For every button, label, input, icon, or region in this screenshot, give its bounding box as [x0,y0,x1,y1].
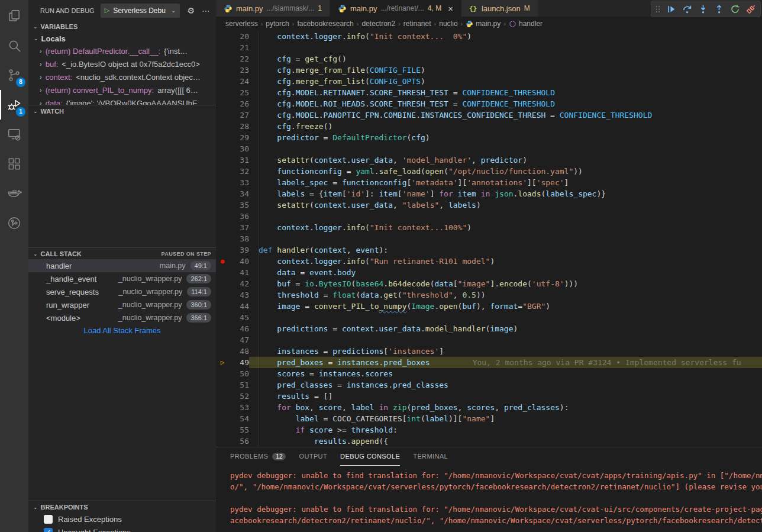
close-icon[interactable]: × [448,4,453,13]
activity-item-docker[interactable] [0,179,28,208]
glyph-margin[interactable] [216,233,229,244]
code-line[interactable]: 28 cfg.freeze() [216,121,762,132]
glyph-margin[interactable] [216,334,229,346]
code-line[interactable]: 22 cfg = get_cfg() [216,53,762,65]
code-line[interactable]: 53 for box, score, label in zip(pred_box… [216,402,762,413]
breadcrumb-item[interactable]: nuclio [439,20,457,28]
breadcrumb-item[interactable]: detectron2 [361,20,395,28]
stack-frame[interactable]: handlermain.py49:1 [28,259,216,272]
glyph-margin[interactable] [216,42,229,53]
code-line[interactable]: 24 cfg.merge_from_list(CONFIG_OPTS) [216,76,762,87]
activity-item-search[interactable] [0,31,28,60]
glyph-margin[interactable] [216,109,229,121]
activity-item-extensions[interactable] [0,149,28,179]
code-editor[interactable]: 20 context.logger.info("Init context... … [216,31,762,447]
debug-step-into-button[interactable] [696,2,710,16]
scope-locals[interactable]: ⌄ Locals [28,33,216,44]
variable-row[interactable]: ›(return) DefaultPredictor.__call__:{'in… [28,44,216,57]
code-line[interactable]: 55 if score >= threshold: [216,424,762,436]
breadcrumb-item[interactable]: pytorch [266,20,289,28]
glyph-margin[interactable] [216,346,229,357]
code-line[interactable]: 38 [216,233,762,244]
glyph-margin[interactable] [216,391,229,402]
glyph-margin[interactable] [216,368,229,379]
call-stack-header[interactable]: ⌄ CALL STACK PAUSED ON STEP [28,247,216,259]
debug-continue-button[interactable] [664,2,678,16]
start-debug-icon[interactable]: ▷ [105,7,109,14]
glyph-margin[interactable] [216,76,229,87]
debug-step-out-button[interactable] [712,2,726,16]
code-line[interactable]: 20 context.logger.info("Init context... … [216,31,762,42]
glyph-margin[interactable] [216,244,229,256]
code-line[interactable]: 50 scores = instances.scores [216,368,762,379]
panel-tab-problems[interactable]: PROBLEMS12 [230,447,286,466]
panel-tab-output[interactable]: OUTPUT [299,447,327,466]
stack-frame[interactable]: _handle_event_nuclio_wrapper.py262:1 [28,272,216,285]
current-line-arrow-icon[interactable]: ▷ [216,357,229,368]
variable-row[interactable]: ›(return) convert_PIL_to_numpy:array([[[… [28,83,216,96]
debug-restart-button[interactable] [728,2,742,16]
breadcrumb-item[interactable]: serverless [225,20,258,28]
breakpoint-row[interactable]: Raised Exceptions [28,512,216,525]
debug-step-over-button[interactable] [680,2,694,16]
code-line[interactable]: 21 [216,42,762,53]
code-line[interactable]: ●40 context.logger.info("Run retinanet-R… [216,256,762,267]
code-line[interactable]: 23 cfg.merge_from_file(CONFIG_FILE) [216,65,762,76]
breakpoints-header[interactable]: ⌄ BREAKPOINTS [28,501,216,512]
glyph-margin[interactable] [216,65,229,76]
activity-item-run-debug[interactable]: 1 [0,90,28,120]
glyph-margin[interactable] [216,267,229,278]
checkbox-checked-icon[interactable]: ✓ [44,528,53,532]
tab-main-py-1[interactable]: main.py.../retinanet/...4, M× [330,0,461,17]
glyph-margin[interactable] [216,278,229,289]
code-line[interactable]: 47 [216,334,762,346]
launch-config-select[interactable]: ▷ Serverless Debu ⌄ [101,4,180,18]
glyph-margin[interactable] [216,312,229,323]
code-line[interactable]: 36 [216,211,762,222]
code-line[interactable]: 42 buf = io.BytesIO(base64.b64decode(dat… [216,278,762,289]
code-line[interactable]: 54 label = COCO_CATEGORIES[int(label)]["… [216,413,762,424]
variable-row[interactable]: ›context:<nuclio_sdk.context.Context obj… [28,70,216,83]
code-line[interactable]: 41 data = event.body [216,267,762,278]
glyph-margin[interactable] [216,121,229,132]
glyph-margin[interactable] [216,31,229,42]
breadcrumb-item[interactable]: retinanet [403,20,431,28]
debug-console-output[interactable]: pydev debugger: unable to find translati… [216,466,762,526]
tab-launch-json-2[interactable]: {}launch.jsonM [461,0,538,17]
code-line[interactable]: ▷49 pred_boxes = instances.pred_boxesYou… [216,357,762,368]
variable-row[interactable]: ›buf:<_io.BytesIO object at 0x7f5a2dc1ec… [28,57,216,70]
stack-frame[interactable]: run_wrapper_nuclio_wrapper.py360:1 [28,298,216,311]
code-line[interactable]: 51 pred_classes = instances.pred_classes [216,379,762,391]
code-line[interactable]: 43 threshold = float(data.get("threshold… [216,289,762,301]
code-line[interactable]: 27 cfg.MODEL.PANOPTIC_FPN.COMBINE.INSTAN… [216,109,762,121]
panel-tab-debug-console[interactable]: DEBUG CONSOLE [340,447,400,466]
more-actions-icon[interactable]: ⋯ [202,6,210,15]
stack-frame[interactable]: serve_requests_nuclio_wrapper.py114:1 [28,285,216,298]
glyph-margin[interactable] [216,132,229,143]
glyph-margin[interactable] [216,436,229,447]
code-line[interactable]: 30 [216,143,762,154]
checkbox-unchecked-icon[interactable] [44,515,53,524]
debug-disconnect-button[interactable] [744,2,758,16]
breadcrumb-item[interactable]: handler [509,20,543,28]
code-line[interactable]: 39def handler(context, event): [216,244,762,256]
breadcrumb-item[interactable]: facebookresearch [297,20,353,28]
code-line[interactable]: 45 [216,312,762,323]
load-all-stack-frames-link[interactable]: Load All Stack Frames [28,324,216,337]
glyph-margin[interactable] [216,413,229,424]
breakpoint-icon[interactable]: ● [216,256,229,267]
tab-main-py-0[interactable]: main.py.../siammask/...1 [216,0,330,17]
code-line[interactable]: 29 predictor = DefaultPredictor(cfg) [216,132,762,143]
glyph-margin[interactable] [216,154,229,166]
code-line[interactable]: 26 cfg.MODEL.ROI_HEADS.SCORE_THRESH_TEST… [216,98,762,109]
panel-tab-terminal[interactable]: TERMINAL [413,447,448,466]
breadcrumb-item[interactable]: main.py [466,20,501,28]
code-line[interactable]: 35 setattr(context.user_data, "labels", … [216,199,762,211]
code-line[interactable]: 25 cfg.MODEL.RETINANET.SCORE_THRESH_TEST… [216,87,762,98]
breakpoint-row[interactable]: ✓Uncaught Exceptions [28,525,216,532]
code-line[interactable]: 48 instances = predictions['instances'] [216,346,762,357]
glyph-margin[interactable] [216,98,229,109]
glyph-margin[interactable] [216,222,229,233]
glyph-margin[interactable] [216,199,229,211]
glyph-margin[interactable] [216,143,229,154]
